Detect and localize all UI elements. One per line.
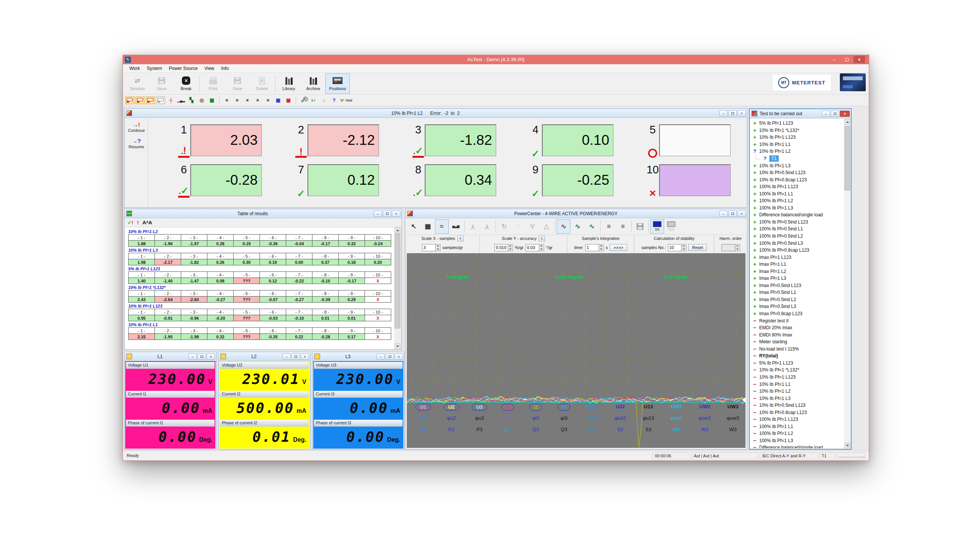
meter-maximize-button[interactable] [197,353,206,360]
tree-item[interactable]: −EMDI 20% Imax [750,324,844,332]
tree-item[interactable]: +Imax Pf=0.5ind L123 [750,282,844,289]
print-button[interactable]: Print [201,73,225,94]
tree-item[interactable]: −EMDI 80% Imax [750,331,844,338]
values-grid-button[interactable]: ▦ [421,219,435,234]
tree-item[interactable]: +Imax Pf=1 L3 [750,275,844,282]
tree-item[interactable]: −100% Ib Pf=1 L2 [750,430,844,437]
legend-item-UW3[interactable]: UW3 [719,404,746,411]
legend-item-P2[interactable]: P2 [437,427,465,433]
delete-button[interactable]: ×Delete [250,73,274,94]
tree-item[interactable]: +10% Ib Pf=0.8cap L123 [750,176,844,183]
generator-l3-icon[interactable] [146,97,155,104]
tree-item[interactable]: −100% Ib Pf=1 L123 [750,416,844,423]
tree-item[interactable]: +100% Ib Pf=0.5ind L123 [750,218,844,226]
legend-item-φuw3[interactable]: φuw3 [719,415,746,421]
help-icon[interactable]: ? [329,96,339,105]
powercenter-maximize-button[interactable] [728,211,737,217]
tree-item[interactable]: −10% Ib Pf=1 L1 [750,380,844,388]
legend-item-φu13[interactable]: φu13 [634,415,662,421]
gear-icon[interactable]: ☼ [319,96,328,105]
legend-item-U21[interactable]: U21 [578,404,606,411]
tree-item[interactable]: −100% Ib Pf=1 L3 [750,437,844,445]
harmonics-icon[interactable]: ▚ [187,96,196,105]
results-maximize-button[interactable] [383,211,391,217]
tree-item[interactable]: +100% Ib Pf=0.5ind L3 [750,240,844,247]
tree-item[interactable]: +Imax Pf=1 L1 [750,261,844,268]
powercenter-close-button[interactable]: × [738,211,746,217]
stability-samples-input[interactable] [668,244,682,251]
fast-forward-button[interactable]: >>>> [610,244,627,251]
resume-button[interactable]: →? Resume [125,135,148,151]
tree-maximize-button[interactable] [831,111,839,117]
legend-item-U2[interactable]: U2 [437,404,465,411]
legend-item-Q3[interactable]: Q3 [550,427,578,433]
tree-item[interactable]: −10% Ib Pf=0.8cap L123 [750,409,844,416]
tree-item[interactable]: −Register test II [750,317,844,324]
current-coil-3-icon[interactable]: × [243,96,252,105]
tree-item[interactable]: −Meter starting [750,338,844,346]
int-display-icon[interactable]: ▣ [274,96,283,105]
legend-item-φi2[interactable]: φi2 [522,415,550,421]
current-coil-1-icon[interactable]: × [222,96,231,105]
scroll-up-icon[interactable] [395,227,400,233]
voltage-drop-button[interactable]: V [525,219,539,234]
wrench-icon[interactable] [299,96,308,105]
legend-item-φi1[interactable]: φi1 [493,415,522,421]
legend-item-φi3[interactable]: φi3 [550,415,578,421]
legend-item-W3[interactable]: W3 [719,427,746,433]
legend-item-I3[interactable]: I3 [550,404,578,411]
tree-item[interactable]: +10% Ib Pf=1 *L132* [750,127,844,134]
vector-diagram-1-button[interactable]: Y [466,219,480,234]
positions-table-icon[interactable]: ▦ [207,96,217,105]
font-size-icon[interactable]: AᴬA [143,220,152,225]
positions-maximize-button[interactable] [728,110,737,116]
legend-item-I2[interactable]: I2 [522,404,550,411]
scale-lines-2-button[interactable]: ≡ [616,219,630,234]
title-bar[interactable]: ✎ AsTest - Demo [4.3.39.00] – × [123,55,869,64]
current-coil-5-icon[interactable]: × [263,96,273,105]
save-graph-button[interactable] [633,219,647,234]
legend-item-W1[interactable]: W1 [662,427,691,433]
single-check-icon[interactable]: 1✓ [309,96,318,105]
legend-item-φu1[interactable]: φu1 [409,415,437,421]
save-results-button[interactable]: Save [225,73,250,94]
tree-item[interactable]: +10% Ib Pf=1 L1 [750,141,844,148]
legend-item-φuw1[interactable]: φuw1 [662,415,691,421]
tree-item[interactable]: +10% Ib Pf=1 L123 [750,134,844,141]
legend-item-U32[interactable]: U32 [606,404,634,411]
stability-graph-button[interactable]: ≈ [435,219,449,234]
phase-per-grad-input[interactable] [525,244,539,251]
meter-titlebar-l2[interactable]: L2–× [218,352,310,361]
tree-item[interactable]: −10% Ib Pf=1 L123 [750,374,844,381]
tree-scroll-up-icon[interactable] [845,119,850,125]
legend-item-UW2[interactable]: UW2 [691,404,719,411]
histogram-button[interactable]: ▅▃▆ [449,219,463,234]
results-window-titlebar[interactable]: Table of results – × [124,209,401,218]
tree-item[interactable]: −RY(total) [750,352,844,360]
legend-item-U1[interactable]: U1 [409,404,437,411]
archive-button[interactable]: Archive [301,73,325,94]
tree-item[interactable]: ?T1 [750,155,844,162]
save-session-button[interactable]: Save [150,73,174,94]
wave-red-button[interactable]: ∿ [557,219,570,234]
tree-minimize-button[interactable]: – [821,111,830,117]
int-display-button[interactable]: Int [651,219,664,234]
meter-close-button[interactable]: × [207,353,215,360]
menu-item-view[interactable]: View [201,65,217,72]
tree-item[interactable]: +Imax Pf=0.5ind L3 [750,303,844,310]
tree-item[interactable]: +10% Ib Pf=0.5ind L123 [750,169,844,177]
tree-item[interactable]: +100% Ib Pf=1 L123 [750,183,844,190]
wait-icon[interactable]: Wait [340,96,352,105]
ext-display-button[interactable]: Ext [664,219,678,234]
legend-item-UW1[interactable]: UW1 [662,404,691,411]
scale-y-mode-button[interactable]: C [539,236,545,242]
session-button[interactable]: ⇄Session [125,73,150,94]
tree-item[interactable]: −10% Ib Pf=1 L3 [750,395,844,402]
tree-item[interactable]: −10% Ib Pf=0.5ind L123 [750,402,844,409]
positions-button[interactable]: Positions [325,73,350,94]
tree-item[interactable]: +Imax Pf=1 L123 [750,253,844,261]
tree-item[interactable]: −10% Ib Pf=1 L2 [750,388,844,395]
positions-window-titlebar[interactable]: 10% Ib Pf=1 L2 Error: -2 to 2 – × [124,109,747,118]
results-scroll-thumb[interactable] [395,233,400,328]
meter-titlebar-l1[interactable]: L1–× [124,352,216,361]
